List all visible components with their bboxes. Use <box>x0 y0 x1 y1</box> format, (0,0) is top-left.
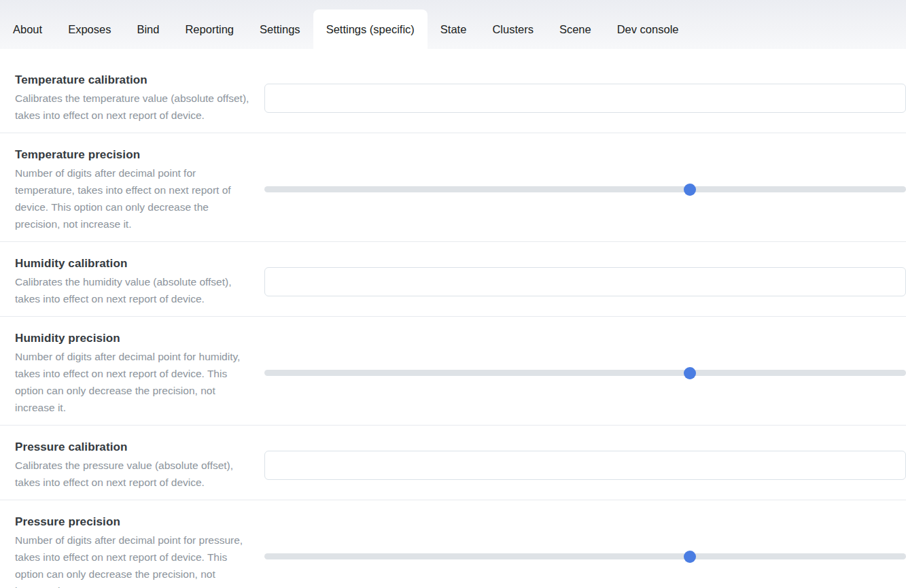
setting-info: Pressure calibration Calibrates the pres… <box>15 439 249 491</box>
setting-title: Humidity precision <box>15 330 249 346</box>
setting-row-humidity-calibration: Humidity calibration Calibrates the humi… <box>0 242 906 317</box>
setting-title: Pressure precision <box>15 514 249 530</box>
pressure-precision-slider[interactable] <box>264 551 906 563</box>
setting-description: Number of digits after decimal point for… <box>15 532 249 588</box>
slider-track <box>264 370 906 376</box>
temperature-calibration-input[interactable] <box>264 84 906 113</box>
setting-control <box>264 551 906 563</box>
tab-about[interactable]: About <box>0 10 55 49</box>
setting-title: Temperature precision <box>15 147 249 162</box>
setting-control <box>264 451 906 480</box>
setting-description: Number of digits after decimal point for… <box>15 348 249 416</box>
setting-control <box>264 267 906 296</box>
tab-state[interactable]: State <box>428 10 480 49</box>
tab-settings[interactable]: Settings <box>247 10 313 49</box>
setting-description: Calibrates the pressure value (absolute … <box>15 457 249 491</box>
setting-row-temperature-calibration: Temperature calibration Calibrates the t… <box>0 58 906 133</box>
tab-bind[interactable]: Bind <box>124 10 172 49</box>
setting-info: Pressure precision Number of digits afte… <box>15 514 249 588</box>
setting-description: Number of digits after decimal point for… <box>15 165 249 232</box>
humidity-calibration-input[interactable] <box>264 267 906 296</box>
tab-exposes[interactable]: Exposes <box>55 10 124 49</box>
setting-description: Calibrates the temperature value (absolu… <box>15 90 249 124</box>
tab-scene[interactable]: Scene <box>546 10 604 49</box>
setting-info: Temperature precision Number of digits a… <box>15 147 249 232</box>
setting-title: Pressure calibration <box>15 439 249 455</box>
slider-thumb[interactable] <box>684 367 696 379</box>
setting-row-humidity-precision: Humidity precision Number of digits afte… <box>0 317 906 426</box>
tab-reporting[interactable]: Reporting <box>172 10 247 49</box>
slider-thumb[interactable] <box>684 184 696 196</box>
pressure-calibration-input[interactable] <box>264 451 906 480</box>
device-tab-bar: About Exposes Bind Reporting Settings Se… <box>0 0 906 49</box>
slider-track <box>264 553 906 559</box>
setting-title: Temperature calibration <box>15 72 249 88</box>
setting-title: Humidity calibration <box>15 256 249 271</box>
setting-control <box>264 184 906 196</box>
temperature-precision-slider[interactable] <box>264 184 906 196</box>
setting-info: Humidity calibration Calibrates the humi… <box>15 256 249 307</box>
slider-thumb[interactable] <box>684 551 696 563</box>
settings-specific-panel: Temperature calibration Calibrates the t… <box>0 49 906 588</box>
tab-dev-console[interactable]: Dev console <box>604 10 692 49</box>
slider-track <box>264 186 906 192</box>
tab-settings-specific[interactable]: Settings (specific) <box>313 10 428 49</box>
setting-info: Temperature calibration Calibrates the t… <box>15 72 249 124</box>
setting-row-pressure-precision: Pressure precision Number of digits afte… <box>0 500 906 588</box>
tab-clusters[interactable]: Clusters <box>479 10 546 49</box>
setting-description: Calibrates the humidity value (absolute … <box>15 273 249 307</box>
humidity-precision-slider[interactable] <box>264 367 906 379</box>
setting-info: Humidity precision Number of digits afte… <box>15 330 249 416</box>
setting-control <box>264 84 906 113</box>
setting-row-temperature-precision: Temperature precision Number of digits a… <box>0 133 906 242</box>
setting-control <box>264 367 906 379</box>
setting-row-pressure-calibration: Pressure calibration Calibrates the pres… <box>0 426 906 500</box>
